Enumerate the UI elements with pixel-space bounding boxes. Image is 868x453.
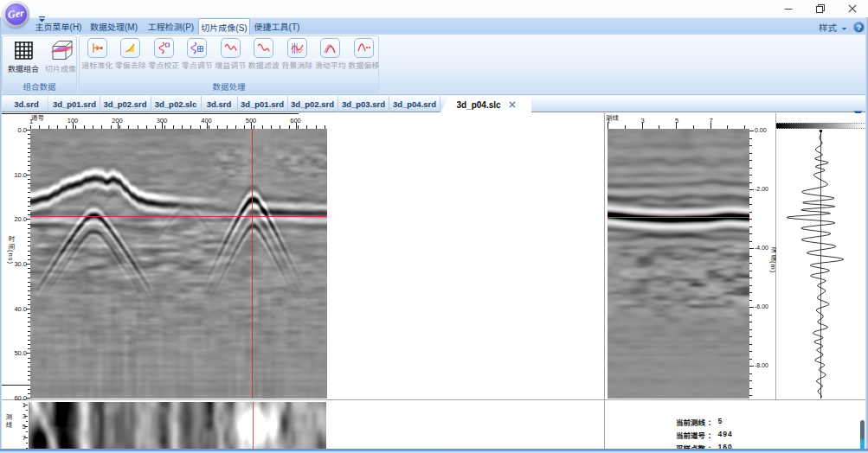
ribbon-toolbar: 数据组合切片成像组合数据道标准化零偏去除零点校正零点调节增益调节数据滤波背景消除…: [0, 35, 868, 95]
axis-tick: [207, 123, 208, 129]
trace-waveform[interactable]: [776, 130, 865, 399]
migration-icon: [354, 38, 374, 58]
ribbon-button-trace-normalize[interactable]: 道标准化: [80, 38, 114, 71]
xsection-bscan-image[interactable]: [30, 129, 327, 399]
axis-tick: [749, 300, 752, 301]
axis-tick: [84, 125, 85, 129]
axis-tick: [749, 292, 752, 293]
axis-tick: [155, 125, 156, 129]
document-tab-bar: 3d.srd3d_p01.srd3d_p02.srd3d_p02.slc3d.s…: [0, 95, 868, 112]
ribbon-button-zero-adjust[interactable]: 零点调节: [181, 38, 215, 71]
axis-tick: [48, 125, 49, 129]
ribbon-button-drift-remove[interactable]: 零偏去除: [114, 38, 148, 71]
status-separator: ：: [708, 430, 716, 440]
ribbon-button-label: 数据组合: [8, 63, 39, 74]
app-logo-button[interactable]: Ger: [3, 1, 29, 28]
axis-tick: [749, 278, 752, 278]
axis-tick: [749, 153, 752, 154]
axis-tick: [262, 125, 263, 129]
axis-tick: [749, 138, 752, 139]
axis-tick: [749, 226, 752, 227]
axis-tick: [128, 125, 129, 129]
ribbon-group-2: 道标准化零偏去除零点校正零点调节增益调节数据滤波背景消除滑动平均数据偏移数据处理: [79, 35, 379, 93]
doc-tab-5[interactable]: 3d.srd: [202, 96, 238, 112]
restore-button[interactable]: [804, 0, 836, 17]
axis-tick: [749, 168, 752, 169]
zero-adjust-icon: [187, 38, 207, 58]
help-icon[interactable]: ?: [853, 22, 865, 33]
axis-tick: [749, 388, 752, 389]
app-window: Ger 主页菜单(H)数据处理(M)工程检测(P)切片成像(S)便捷工具(T) …: [0, 0, 868, 453]
ysection-y-tick-label: -2.00: [755, 186, 768, 192]
style-dropdown-button[interactable]: 样式: [819, 21, 847, 34]
doc-tab-6[interactable]: 3d_p01.srd: [238, 96, 288, 112]
ribbon-button-background-remove[interactable]: 背景消除: [280, 38, 314, 71]
axis-tick: [749, 263, 752, 264]
axis-tick: [749, 307, 752, 308]
doc-tab-1[interactable]: 3d.srd: [6, 96, 48, 112]
window-frame-left: [0, 17, 2, 453]
axis-tick: [749, 336, 752, 337]
doc-tab-3[interactable]: 3d_p02.srd: [100, 96, 151, 112]
axis-tick: [625, 125, 626, 129]
menu-tab-5[interactable]: 便捷工具(T): [251, 18, 303, 35]
panel-divider-horizontal: [2, 399, 865, 400]
ribbon-button-grid[interactable]: 数据组合: [5, 38, 42, 74]
axis-tick: [26, 443, 28, 443]
title-bar: Ger: [0, 0, 868, 17]
axis-tick: [727, 125, 728, 129]
gain-adjust-icon: [221, 38, 241, 58]
doc-tab-label: 3d_p02.srd: [103, 98, 146, 110]
quick-access-dropdown-icon[interactable]: [38, 6, 46, 27]
axis-tick: [217, 125, 218, 129]
axis-tick: [118, 123, 119, 129]
doc-tab-2[interactable]: 3d_p01.srd: [50, 96, 100, 112]
menu-tab-3[interactable]: 工程检测(P): [145, 18, 196, 35]
ribbon-button-gain-adjust[interactable]: 增益调节: [214, 38, 248, 71]
ribbon-group-1: 数据组合切片成像组合数据: [2, 35, 77, 93]
axis-tick: [146, 125, 147, 129]
doc-tab-7[interactable]: 3d_p02.srd: [287, 96, 338, 112]
axis-tick: [227, 125, 228, 129]
moving-average-icon: [320, 38, 340, 58]
drift-remove-icon: [120, 38, 140, 58]
menu-tabs: 主页菜单(H)数据处理(M)工程检测(P)切片成像(S)便捷工具(T): [0, 18, 519, 35]
menu-tab-4[interactable]: 切片成像(S): [198, 18, 250, 35]
doc-tab-9[interactable]: 3d_p04.srd: [389, 96, 440, 112]
menu-tab-2[interactable]: 数据处理(M): [88, 18, 139, 35]
workspace: 道号11002003004005006000.010.020.030.040.0…: [0, 113, 868, 449]
axis-tick: [749, 145, 752, 146]
ribbon-button-migration[interactable]: 数据偏移: [347, 38, 381, 71]
close-button[interactable]: [836, 0, 868, 17]
doc-tab-label: 3d_p01.srd: [241, 98, 284, 110]
axis-tick: [298, 125, 299, 129]
app-logo-orb: Ger: [5, 3, 27, 25]
style-dropdown-label: 样式: [819, 21, 837, 34]
status-label: 当前测线: [676, 417, 705, 427]
axis-tick: [182, 125, 183, 129]
doc-tab-10[interactable]: 3d_p04.slc: [440, 96, 531, 112]
ysection-bscan-image[interactable]: [608, 129, 749, 399]
xsection-x-axis-title: 道号: [31, 112, 44, 122]
ribbon-button-label: 零偏去除: [115, 60, 146, 71]
axis-tick: [749, 271, 752, 271]
status-value: 494: [718, 430, 733, 440]
doc-tab-8[interactable]: 3d_p03.srd: [338, 96, 389, 112]
close-tab-icon[interactable]: [509, 101, 516, 108]
axis-tick: [111, 125, 112, 129]
ysection-y-tick-label: -8.00: [755, 362, 768, 368]
grid-icon: [13, 38, 34, 61]
axis-tick: [66, 125, 67, 129]
ribbon-button-moving-average[interactable]: 滑动平均: [314, 38, 348, 71]
minimize-button[interactable]: [772, 0, 804, 17]
xsection-x-tick-label: 1: [29, 118, 33, 125]
ribbon-button-filter[interactable]: 数据滤波: [248, 38, 281, 71]
doc-tab-4[interactable]: 3d_p02.slc: [151, 96, 202, 112]
axis-tick: [642, 125, 643, 129]
axis-tick: [39, 125, 40, 129]
plan-slice-image[interactable]: [29, 402, 326, 449]
axis-tick: [26, 437, 28, 438]
axis-tick: [296, 123, 297, 129]
ribbon-button-cube-slice[interactable]: 切片成像: [42, 38, 80, 74]
ribbon-button-zero-correct[interactable]: 零点校正: [147, 38, 181, 71]
